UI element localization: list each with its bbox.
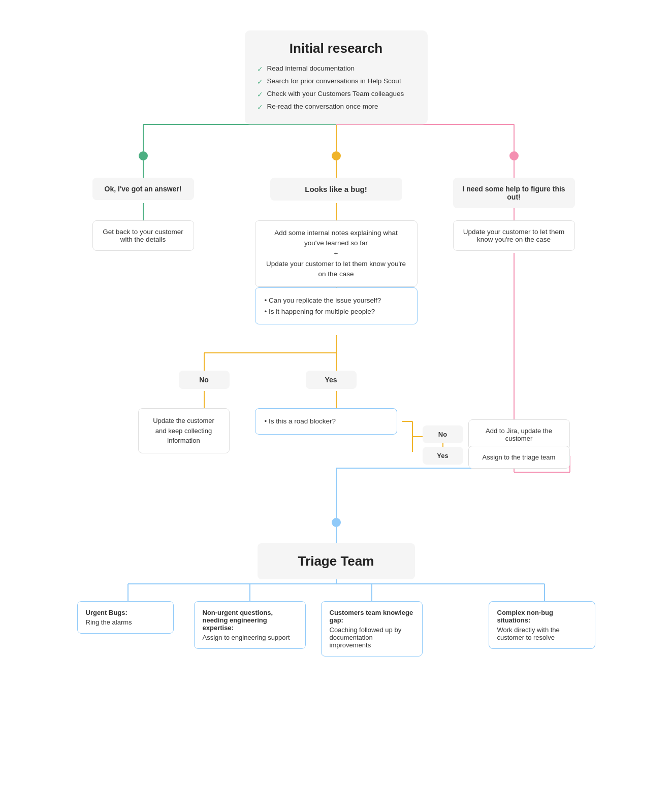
yellow-dot	[332, 151, 341, 160]
add-internal-notes-box: Add some internal notes explaining what …	[255, 220, 418, 287]
add-to-jira-box: Add to Jira, update the customer	[468, 419, 570, 450]
no-label-left: No	[179, 371, 230, 389]
looks-like-bug-box: Looks like a bug!	[270, 178, 402, 201]
initial-research-box: Initial research ✓ Read internal documen…	[245, 30, 428, 124]
ok-got-answer-box: Ok, I've got an answer!	[92, 178, 194, 200]
triage-team-title: Triage Team	[273, 553, 400, 569]
connectors-svg	[57, 15, 616, 788]
update-customer-right-box: Update your customer to let them know yo…	[453, 220, 575, 251]
triage-leaf-urgent: Urgent Bugs: Ring the alarms	[77, 601, 174, 634]
yes-label-mid: Yes	[306, 371, 357, 389]
need-help-box: I need some help to figure this out!	[453, 178, 575, 208]
triage-leaf-nonurgent: Non-urgent questions, needing engineerin…	[194, 601, 306, 649]
blue-dot	[332, 518, 341, 527]
flowchart-diagram: Initial research ✓ Read internal documen…	[0, 0, 672, 30]
checklist-item-2: ✓ Search for prior conversations in Help…	[257, 77, 415, 86]
check-icon-3: ✓	[257, 90, 263, 98]
pink-dot	[509, 151, 519, 160]
check-icon-4: ✓	[257, 103, 263, 111]
assign-triage-box: Assign to the triage team	[468, 446, 570, 469]
update-collecting-box: Update the customer and keep collecting …	[138, 408, 230, 453]
check-icon-1: ✓	[257, 65, 263, 73]
triage-leaf-complex: Complex non-bug situations: Work directl…	[489, 601, 595, 649]
no-label-blocker: No	[423, 425, 463, 443]
bug-questions-box: • Can you replicate the issue yourself? …	[255, 287, 418, 324]
road-blocker-box: • Is this a road blocker?	[255, 408, 397, 435]
check-icon-2: ✓	[257, 78, 263, 86]
get-back-customer-box: Get back to your customer with the detai…	[92, 220, 194, 251]
checklist-item-3: ✓ Check with your Customers Team colleag…	[257, 90, 415, 98]
checklist-item-1: ✓ Read internal documentation	[257, 64, 415, 73]
triage-leaf-knowledge: Customers team knowlege gap: Coaching fo…	[321, 601, 423, 656]
triage-team-box: Triage Team	[258, 543, 415, 579]
initial-research-title: Initial research	[257, 41, 415, 56]
green-dot	[139, 151, 148, 160]
checklist-item-4: ✓ Re-read the conversation once more	[257, 103, 415, 111]
yes-label-blocker: Yes	[423, 447, 463, 465]
